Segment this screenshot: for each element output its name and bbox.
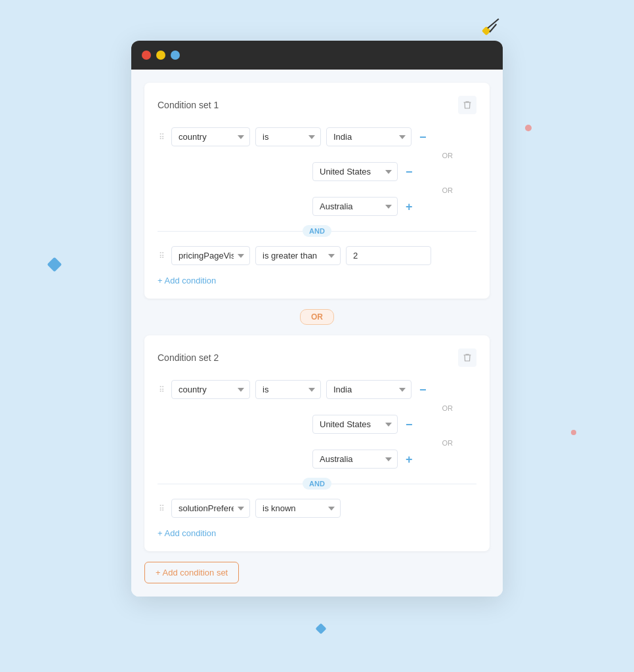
operator-select-2-1[interactable]: is bbox=[255, 380, 321, 399]
condition-set-1-header: Condition set 1 bbox=[158, 96, 476, 114]
deco-pink1 bbox=[525, 125, 532, 131]
remove-value-2-1-us[interactable]: − bbox=[403, 419, 415, 430]
operator-select-1-1[interactable]: is bbox=[255, 127, 321, 146]
remove-value-1-1-india[interactable]: − bbox=[417, 131, 429, 143]
value-select-1-1-india[interactable]: India bbox=[326, 127, 412, 146]
content-area: Condition set 1 ⠿ country is India bbox=[131, 70, 503, 597]
add-condition-1-label: + Add condition bbox=[158, 276, 216, 285]
value-input-1-2[interactable]: 2 bbox=[346, 246, 431, 265]
value-select-2-1-au[interactable]: Australia bbox=[312, 450, 398, 469]
field-select-2-2[interactable]: solutionPreference bbox=[171, 499, 250, 518]
add-value-2-1-au[interactable]: + bbox=[403, 453, 415, 465]
deco-blue-sq bbox=[47, 257, 62, 272]
add-value-1-1-au[interactable]: + bbox=[403, 201, 415, 213]
condition-row-2-1: ⠿ country is India − bbox=[158, 380, 476, 399]
condition-set-1: Condition set 1 ⠿ country is India bbox=[144, 83, 490, 299]
condition-row-1-1: ⠿ country is India − bbox=[158, 127, 476, 146]
or-label-1-2: OR bbox=[158, 186, 476, 194]
main-window: Condition set 1 ⠿ country is India bbox=[131, 41, 503, 597]
field-select-1-1[interactable]: country bbox=[171, 127, 250, 146]
condition-row-1-2: ⠿ pricingPageVisits is greater than 2 bbox=[158, 246, 476, 265]
value-select-1-1-au[interactable]: Australia bbox=[312, 197, 398, 216]
titlebar bbox=[131, 41, 503, 70]
value-select-2-1-india[interactable]: India bbox=[326, 380, 412, 399]
value-select-2-1-us[interactable]: United States bbox=[312, 415, 398, 434]
condition-set-2-header: Condition set 2 bbox=[158, 348, 476, 367]
condition-row-2-1-au: Australia + bbox=[312, 450, 476, 469]
and-badge-1: AND bbox=[303, 225, 331, 237]
field-select-1-2[interactable]: pricingPageVisits bbox=[171, 246, 250, 265]
condition-row-2-2: ⠿ solutionPreference is known bbox=[158, 499, 476, 518]
or-separator: OR bbox=[144, 309, 490, 325]
add-condition-1-btn[interactable]: + Add condition bbox=[158, 270, 216, 285]
add-condition-set-btn[interactable]: + Add condition set bbox=[144, 562, 239, 583]
dot-yellow[interactable] bbox=[156, 51, 165, 60]
condition-row-2-1-us: United States − bbox=[312, 415, 476, 434]
condition-set-2-title: Condition set 2 bbox=[158, 352, 219, 363]
condition-row-1-1-au: Australia + bbox=[312, 197, 476, 216]
condition-set-2-delete[interactable] bbox=[458, 348, 476, 367]
or-label-1-1: OR bbox=[158, 152, 476, 159]
or-label-2-2: OR bbox=[158, 439, 476, 447]
drag-handle-2-1[interactable]: ⠿ bbox=[158, 385, 166, 394]
remove-value-2-1-india[interactable]: − bbox=[417, 384, 429, 396]
add-condition-2-btn[interactable]: + Add condition bbox=[158, 523, 216, 538]
condition-set-1-delete[interactable] bbox=[458, 96, 476, 114]
or-label-2-1: OR bbox=[158, 404, 476, 412]
operator-select-1-2[interactable]: is greater than bbox=[255, 246, 341, 265]
and-badge-2: AND bbox=[303, 478, 331, 490]
remove-value-1-1-us[interactable]: − bbox=[403, 166, 415, 178]
dot-red[interactable] bbox=[142, 51, 151, 60]
add-condition-2-label: + Add condition bbox=[158, 528, 216, 538]
operator-select-2-2[interactable]: is known bbox=[255, 499, 341, 518]
and-separator-2: AND bbox=[158, 478, 476, 490]
condition-set-1-title: Condition set 1 bbox=[158, 100, 219, 110]
and-separator-1: AND bbox=[158, 225, 476, 237]
drag-handle-1-1[interactable]: ⠿ bbox=[158, 133, 166, 142]
value-select-1-1-us[interactable]: United States bbox=[312, 162, 398, 181]
drag-handle-2-2[interactable]: ⠿ bbox=[158, 504, 166, 513]
deco-lines bbox=[484, 18, 504, 38]
deco-blue-diamond bbox=[316, 623, 327, 635]
deco-pink2 bbox=[571, 430, 576, 435]
field-select-2-1[interactable]: country bbox=[171, 380, 250, 399]
condition-set-2: Condition set 2 ⠿ country is India bbox=[144, 335, 490, 551]
drag-handle-1-2[interactable]: ⠿ bbox=[158, 251, 166, 261]
dot-blue[interactable] bbox=[171, 51, 180, 60]
add-condition-set-label: + Add condition set bbox=[156, 568, 228, 578]
or-badge: OR bbox=[300, 309, 334, 325]
condition-row-1-1-us: United States − bbox=[312, 162, 476, 181]
add-condition-set-wrapper: + Add condition set bbox=[144, 551, 490, 583]
